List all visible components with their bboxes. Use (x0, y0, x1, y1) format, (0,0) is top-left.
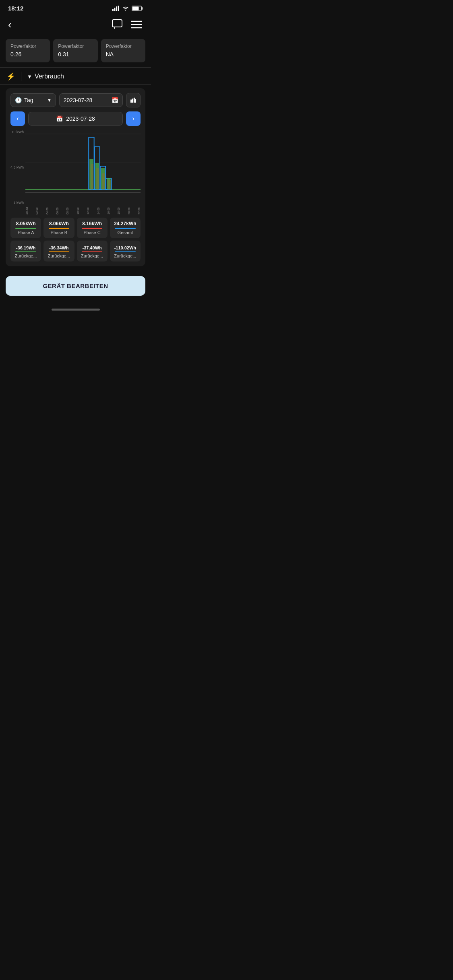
powerfactor-label-b: Powerfaktor (58, 43, 93, 50)
card-value-3: 24.27kWh (112, 221, 138, 226)
svg-rect-11 (130, 100, 132, 103)
data-card-3: 24.27kWh Gesamt (110, 218, 141, 238)
dropdown-chevron: ▼ (27, 74, 32, 80)
x-label-4: 08:00 (66, 203, 69, 214)
prev-date-button[interactable]: ‹ (10, 111, 25, 126)
card-line-2 (82, 228, 102, 229)
battery-icon (132, 6, 143, 11)
y-label-top: 10 kWh (10, 130, 24, 134)
home-indicator (0, 305, 151, 312)
data-card-2: 8.16kWh Phase C (77, 218, 108, 238)
card-neg-value-3: -110.02Wh (112, 245, 138, 250)
card-label-2: Phase C (79, 230, 105, 235)
x-label-5: 10:00 (77, 203, 79, 214)
date-select[interactable]: 2023-07-28 📅 (59, 93, 123, 107)
time-select[interactable]: 🕐 Tag ▼ (10, 93, 56, 107)
card-neg-label-3: Zurückge... (112, 253, 138, 258)
powerfactor-value-c: NA (106, 51, 141, 59)
nav-bar: ‹ (0, 15, 151, 37)
card-value-0: 8.05kWh (13, 221, 39, 226)
power-cards: Powerfaktor 0.26 Powerfaktor 0.31 Powerf… (0, 37, 151, 67)
card-label-3: Gesamt (112, 230, 138, 235)
x-label-9: 18:00 (117, 203, 120, 214)
svg-rect-0 (112, 9, 114, 11)
card-value-2: 8.16kWh (79, 221, 105, 226)
card-value-1: 8.06kWh (46, 221, 72, 226)
powerfactor-value-a: 0.26 (10, 51, 45, 59)
section-label: Verbrauch (35, 73, 64, 80)
chart-container: 🕐 Tag ▼ 2023-07-28 📅 ‹ 📅 2023-07-28 › (6, 88, 145, 266)
data-card-neg-3: -110.02Wh Zurückge... (110, 241, 141, 261)
x-label-3: 06:00 (56, 203, 59, 214)
calendar-icon: 📅 (112, 97, 118, 103)
power-card-b: Powerfaktor 0.31 (53, 39, 97, 62)
svg-rect-1 (114, 8, 116, 11)
time-chevron: ▼ (47, 98, 52, 103)
chart-wrapper: 10 kWh 4.5 kWh -1 kWh (10, 130, 141, 214)
data-card-neg-0: -36.19Wh Zurückge... (10, 241, 41, 261)
x-label-6: 12:00 (87, 203, 89, 214)
x-label-7: 14:00 (97, 203, 100, 214)
card-label-1: Phase B (46, 230, 72, 235)
card-line-3 (115, 228, 135, 229)
powerfactor-value-b: 0.31 (58, 51, 93, 59)
card-label-0: Phase A (13, 230, 39, 235)
lightning-icon: ⚡ (6, 72, 15, 81)
svg-rect-28 (91, 164, 93, 189)
svg-rect-6 (132, 6, 139, 10)
data-card-neg-2: -37.49Wh Zurückge... (77, 241, 108, 261)
date-value: 2023-07-28 (64, 97, 93, 103)
card-neg-line-2 (82, 251, 102, 252)
y-label-bot: -1 kWh (10, 201, 24, 205)
nav-right (111, 18, 143, 31)
date-nav-row: ‹ 📅 2023-07-28 › (10, 111, 141, 126)
next-date-button[interactable]: › (126, 111, 141, 126)
svg-rect-31 (108, 180, 111, 189)
x-label-0: 28.Jul (25, 203, 28, 214)
x-label-10: 20:00 (128, 203, 130, 214)
nav-date-value: 2023-07-28 (66, 115, 95, 122)
powerfactor-label-c: Powerfaktor (106, 43, 141, 50)
section-divider (0, 84, 151, 85)
power-card-c: Powerfaktor NA (101, 39, 145, 62)
card-line-1 (49, 228, 69, 229)
svg-rect-30 (102, 173, 105, 189)
bar-chart-icon (130, 97, 136, 103)
time-label: Tag (24, 97, 33, 103)
powerfactor-label-a: Powerfaktor (10, 43, 45, 50)
card-neg-label-1: Zurückge... (46, 253, 72, 258)
status-time: 18:12 (8, 5, 23, 12)
card-neg-value-0: -36.19Wh (13, 245, 39, 250)
power-card-a: Powerfaktor 0.26 (6, 39, 50, 62)
data-card-0: 8.05kWh Phase A (10, 218, 41, 238)
card-neg-line-0 (15, 251, 36, 252)
clock-icon: 🕐 (15, 97, 22, 103)
section-dropdown[interactable]: ▼ Verbrauch (27, 73, 64, 80)
x-label-2: 04:00 (46, 203, 49, 214)
data-cards-grid: 8.05kWh Phase A 8.06kWh Phase B 8.16kWh … (10, 218, 141, 261)
card-neg-line-1 (49, 251, 69, 252)
edit-btn-container: GERÄT BEARBEITEN (0, 270, 151, 305)
menu-icon[interactable] (130, 18, 143, 31)
svg-rect-3 (118, 6, 119, 11)
x-label-8: 16:00 (107, 203, 110, 214)
card-neg-line-3 (115, 251, 135, 252)
back-button[interactable]: ‹ (8, 19, 12, 31)
svg-rect-29 (96, 168, 99, 189)
card-neg-label-2: Zurückge... (79, 253, 105, 258)
chart-type-button[interactable] (126, 93, 141, 107)
chart-svg (25, 130, 141, 202)
controls-row: 🕐 Tag ▼ 2023-07-28 📅 (10, 93, 141, 107)
home-bar (52, 309, 100, 311)
svg-rect-14 (135, 99, 136, 103)
svg-rect-7 (112, 20, 122, 27)
svg-rect-12 (132, 99, 133, 103)
status-bar: 18:12 (0, 0, 151, 15)
svg-rect-5 (142, 7, 143, 10)
x-label-11: 22:00 (138, 203, 141, 214)
x-label-1: 02:00 (35, 203, 38, 214)
chat-icon[interactable] (111, 18, 124, 31)
card-line-0 (15, 228, 36, 229)
date-display: 📅 2023-07-28 (28, 112, 123, 126)
edit-device-button[interactable]: GERÄT BEARBEITEN (6, 276, 145, 296)
